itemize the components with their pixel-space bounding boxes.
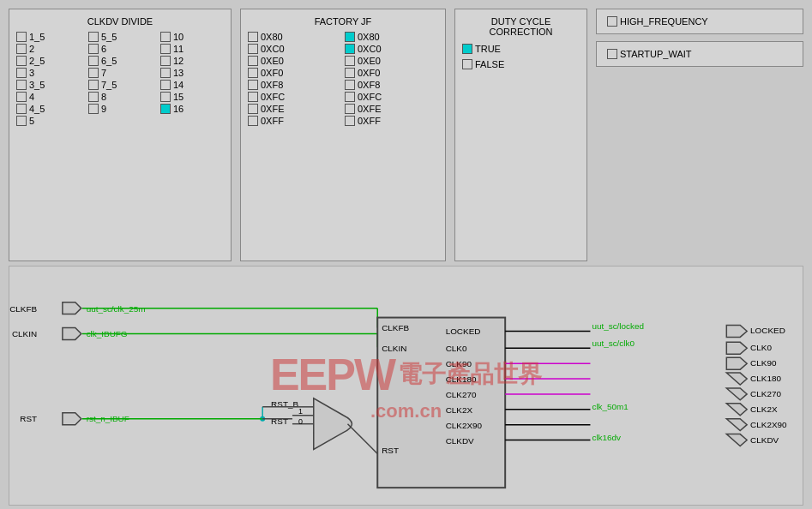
clkdv-cb-9[interactable] (88, 104, 99, 114)
factory-c2-0xff[interactable]: 0XFF (345, 116, 438, 126)
duty-false-cb[interactable] (462, 59, 472, 69)
startup-wait-cb[interactable] (607, 49, 617, 59)
clkdv-label-9: 9 (101, 104, 106, 114)
clkdv-item-14[interactable]: 14 (160, 80, 229, 90)
clkdv-panel: CLKDV DIVIDE 1_5 5_5 10 2 6 (9, 9, 232, 261)
rst-port-arrow (63, 413, 81, 425)
clkdv-cb-7[interactable] (88, 68, 99, 78)
clkdv-item-1_5[interactable]: 1_5 (16, 32, 85, 42)
gate-0-label: 0 (298, 417, 303, 426)
factory-c1-0xe0[interactable]: 0XE0 (248, 56, 341, 66)
clkdv-label-4: 4 (29, 92, 34, 102)
startup-wait-item[interactable]: STARTUP_WAIT (607, 49, 792, 59)
clkdv-cb-7_5[interactable] (88, 80, 99, 90)
duty-false-item[interactable]: FALSE (462, 59, 580, 69)
duty-true-cb[interactable] (462, 44, 472, 54)
clkdv-cb-4_5[interactable] (16, 104, 27, 114)
clkdv-item-6_5[interactable]: 6_5 (88, 56, 157, 66)
clkdv-cb-13[interactable] (160, 68, 171, 78)
clkdv-item-4_5[interactable]: 4_5 (16, 104, 85, 114)
clkdv-cb-4[interactable] (16, 92, 27, 102)
clkdv-cb-14[interactable] (160, 80, 171, 90)
dcm-clkin-label: CLKIN (382, 344, 406, 353)
clkdv-label-10: 10 (173, 32, 183, 42)
factory-c2-0xfc[interactable]: 0XFC (345, 92, 438, 102)
clkdv-item-3_5[interactable]: 3_5 (16, 80, 85, 90)
clkdv-cb-5_5[interactable] (88, 32, 99, 42)
factory-c2-0xfe[interactable]: 0XFE (345, 104, 438, 114)
clkdv-item-4[interactable]: 4 (16, 92, 85, 102)
clk90-out-arrow (726, 357, 747, 369)
high-freq-cb[interactable] (607, 16, 617, 27)
clkdv-label-2: 2 (29, 44, 34, 54)
locked-out-label: LOCKED (750, 326, 785, 335)
rst-label-text: RST (20, 414, 37, 423)
clk180-out-arrow (726, 373, 747, 385)
locked-out-arrow (726, 326, 747, 338)
clkfb-port-arrow (63, 302, 81, 314)
clkdv-cb-8[interactable] (88, 92, 99, 102)
clkdv-cb-6[interactable] (88, 44, 99, 54)
factory-c2-0xe0[interactable]: 0XE0 (345, 56, 438, 66)
clkdv-label-8: 8 (101, 92, 106, 102)
factory-c1-0xc0[interactable]: 0XC0 (248, 44, 341, 54)
clkdv-cb-1_5[interactable] (16, 32, 27, 42)
clkdv-cb-2_5[interactable] (16, 56, 27, 66)
clkdv-item-2_5[interactable]: 2_5 (16, 56, 85, 66)
clkdv-item-3[interactable]: 3 (16, 68, 85, 78)
factory-c2-0xf0[interactable]: 0XF0 (345, 68, 438, 78)
clkdv-label-7_5: 7_5 (101, 80, 117, 90)
factory-c2-0x80[interactable]: 0X80 (345, 32, 438, 42)
clkdv-cb-16[interactable] (160, 104, 171, 114)
clk180-out-label: CLK180 (750, 374, 781, 383)
clkdv-label-7: 7 (101, 68, 106, 78)
clkdv-label-13: 13 (173, 68, 183, 78)
clkdv-item-10[interactable]: 10 (160, 32, 229, 42)
clkin-label-text: CLKIN (12, 329, 37, 338)
clk0-out-arrow (726, 342, 747, 354)
clkdv-item-2[interactable]: 2 (16, 44, 85, 54)
factory-c1-0x80[interactable]: 0X80 (248, 32, 341, 42)
clkdv-item-7_5[interactable]: 7_5 (88, 80, 157, 90)
clkin-port-arrow (63, 327, 81, 339)
clkdv-cb-12[interactable] (160, 56, 171, 66)
clkdv-cb-3_5[interactable] (16, 80, 27, 90)
factory-c1-0xff[interactable]: 0XFF (248, 116, 341, 126)
clkdv-cb-11[interactable] (160, 44, 171, 54)
clkdv-label-5_5: 5_5 (101, 32, 117, 42)
dcm-clkdv-label: CLKDV (446, 436, 474, 446)
clkdv-item-9[interactable]: 9 (88, 104, 157, 114)
clkdv-cb-6_5[interactable] (88, 56, 99, 66)
duty-panel: DUTY CYCLECORRECTION TRUE FALSE (454, 9, 587, 261)
clkdv-cb-3[interactable] (16, 68, 27, 78)
clkdv-label-16: 16 (173, 104, 183, 114)
clkdv-item-16[interactable]: 16 (160, 104, 229, 114)
duty-true-item[interactable]: TRUE (462, 44, 580, 54)
clkdv-item-8[interactable]: 8 (88, 92, 157, 102)
clkdv-cb-5[interactable] (16, 116, 27, 126)
factory-c2-0xc0[interactable]: 0XC0 (345, 44, 438, 54)
factory-c1-0xfc[interactable]: 0XFC (248, 92, 341, 102)
clkdv-item-6[interactable]: 6 (88, 44, 157, 54)
clkdv-label-14: 14 (173, 80, 183, 90)
factory-c1-0xfe[interactable]: 0XFE (248, 104, 341, 114)
clkdv-item-13[interactable]: 13 (160, 68, 229, 78)
clkdv-cb-2[interactable] (16, 44, 27, 54)
clkdv-item-11[interactable]: 11 (160, 44, 229, 54)
clkdv-item-7[interactable]: 7 (88, 68, 157, 78)
clkdv-cb-15[interactable] (160, 92, 171, 102)
factory-c2-0xf8[interactable]: 0XF8 (345, 80, 438, 90)
clkdv-item-15[interactable]: 15 (160, 92, 229, 102)
factory-c1-0xf0[interactable]: 0XF0 (248, 68, 341, 78)
clkdv-item-5_5[interactable]: 5_5 (88, 32, 157, 42)
dcm-clk90-label: CLK90 (446, 359, 472, 368)
clkdv-item-5[interactable]: 5 (16, 116, 85, 126)
dcm-clk0-label: CLK0 (446, 344, 467, 353)
factory-c1-0xf8[interactable]: 0XF8 (248, 80, 341, 90)
clk90-out-label: CLK90 (750, 358, 777, 368)
dcm-clk270-label: CLK270 (446, 390, 477, 399)
clkdv-item-12[interactable]: 12 (160, 56, 229, 66)
clkdv-title: CLKDV DIVIDE (16, 16, 224, 27)
high-freq-item[interactable]: HIGH_FREQUENCY (607, 16, 792, 27)
clkdv-cb-10[interactable] (160, 32, 171, 42)
